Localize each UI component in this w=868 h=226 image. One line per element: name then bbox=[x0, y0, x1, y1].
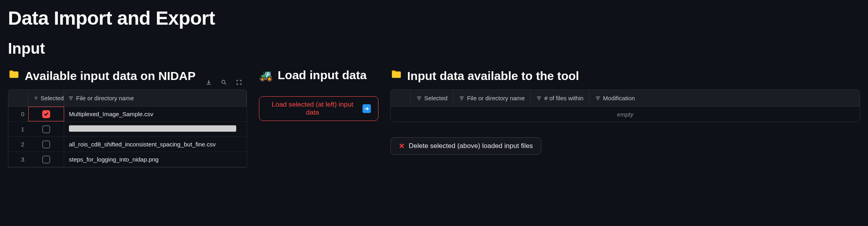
loaded-table: Selected File or directory name # of fil… bbox=[390, 90, 860, 122]
loaded-panel-title: Input data available to the tool bbox=[390, 68, 860, 83]
loaded-panel-title-text: Input data available to the tool bbox=[407, 69, 579, 83]
load-panel-title-text: Load input data bbox=[278, 68, 366, 82]
table-row[interactable]: 1 bbox=[8, 122, 247, 137]
available-panel-title-text: Available input data on NIDAP bbox=[25, 69, 196, 83]
row-index: 1 bbox=[8, 126, 28, 132]
row-checkbox-cell[interactable] bbox=[28, 107, 64, 121]
page-title: Data Import and Export bbox=[8, 7, 860, 29]
table-row[interactable]: 2all_rois_cd8_shifted_inconsistent_spaci… bbox=[8, 137, 247, 152]
search-icon[interactable] bbox=[221, 79, 227, 87]
load-selected-button[interactable]: Load selected (at left) input data ➔ bbox=[259, 96, 378, 121]
row-index: 2 bbox=[8, 141, 28, 148]
load-selected-button-label: Load selected (at left) input data bbox=[266, 101, 359, 117]
arrow-right-icon: ➔ bbox=[362, 104, 371, 113]
fullscreen-icon[interactable] bbox=[236, 79, 242, 87]
close-icon: ✕ bbox=[399, 142, 405, 150]
col-count-label: # of files within bbox=[544, 95, 583, 101]
delete-loaded-button-label: Delete selected (above) loaded input fil… bbox=[409, 142, 533, 150]
checkbox[interactable] bbox=[42, 156, 50, 164]
svg-point-0 bbox=[222, 80, 225, 84]
table-toolbar bbox=[206, 79, 247, 90]
col-name-label: File or directory name bbox=[76, 95, 134, 101]
col-selected-label: Selected bbox=[41, 95, 64, 101]
redacted-text bbox=[69, 125, 236, 132]
row-checkbox-cell[interactable] bbox=[28, 122, 64, 136]
row-index: 3 bbox=[8, 156, 28, 163]
folder-icon bbox=[8, 68, 20, 83]
available-table: Selected File or directory name 0Multipl… bbox=[8, 90, 247, 168]
row-checkbox-cell[interactable] bbox=[28, 137, 64, 152]
col-name-2[interactable]: File or directory name bbox=[453, 90, 531, 106]
col-selected[interactable]: Selected bbox=[28, 90, 64, 106]
row-filename: Multiplexed_Image_Sample.csv bbox=[64, 111, 247, 117]
col-mtime[interactable]: Modification bbox=[590, 90, 641, 106]
download-icon[interactable] bbox=[206, 79, 212, 87]
row-filename: steps_for_logging_into_nidap.png bbox=[64, 156, 247, 163]
table-row[interactable]: 0Multiplexed_Image_Sample.csv bbox=[8, 107, 247, 122]
col-selected-2-label: Selected bbox=[424, 95, 447, 101]
col-mtime-label: Modification bbox=[603, 95, 635, 101]
folder-icon bbox=[390, 68, 402, 83]
row-filename: all_rois_cd8_shifted_inconsistent_spacin… bbox=[64, 141, 247, 148]
checkbox[interactable] bbox=[42, 110, 50, 118]
checkbox[interactable] bbox=[42, 140, 50, 148]
loaded-table-empty: empty bbox=[391, 107, 860, 122]
col-name[interactable]: File or directory name bbox=[64, 90, 247, 106]
delete-loaded-button[interactable]: ✕ Delete selected (above) loaded input f… bbox=[390, 137, 541, 155]
loaded-table-header: Selected File or directory name # of fil… bbox=[391, 90, 860, 107]
col-selected-2[interactable]: Selected bbox=[411, 90, 453, 106]
checkbox[interactable] bbox=[42, 125, 50, 133]
col-count[interactable]: # of files within bbox=[531, 90, 589, 106]
section-title: Input bbox=[8, 40, 860, 57]
col-name-2-label: File or directory name bbox=[467, 95, 525, 101]
row-index: 0 bbox=[8, 111, 28, 117]
available-panel-title: Available input data on NIDAP bbox=[8, 68, 196, 83]
load-panel-title: 🚜 Load input data bbox=[259, 68, 378, 82]
available-table-header: Selected File or directory name bbox=[8, 90, 247, 107]
row-filename bbox=[64, 125, 247, 133]
tractor-icon: 🚜 bbox=[259, 69, 273, 82]
row-checkbox-cell[interactable] bbox=[28, 152, 64, 167]
table-row[interactable]: 3steps_for_logging_into_nidap.png bbox=[8, 152, 247, 167]
